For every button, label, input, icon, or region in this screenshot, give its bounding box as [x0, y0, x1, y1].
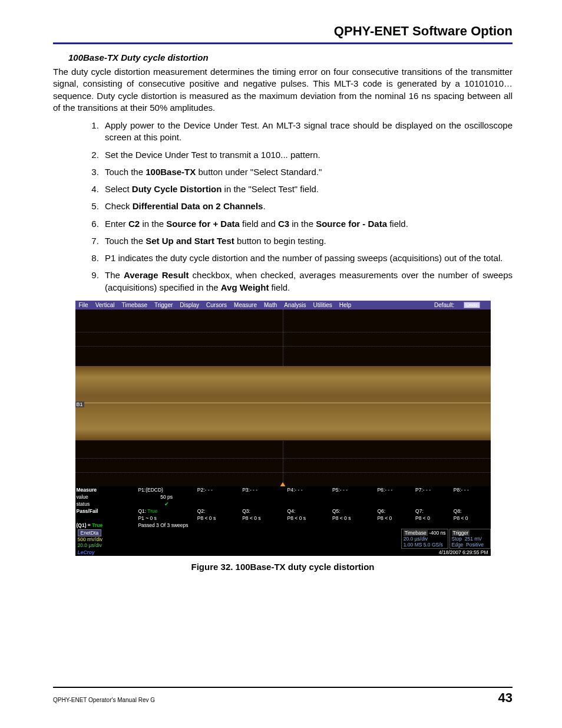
- step-1: Apply power to the Device Under Test. An…: [101, 120, 513, 144]
- step-3: Touch the 100Base-TX button under "Selec…: [101, 166, 513, 178]
- step-2: Set the Device Under Test to transmit a …: [101, 149, 513, 161]
- step-4: Select Duty Cycle Distortion in the "Sel…: [101, 183, 513, 195]
- trace-b1-label: B1: [75, 401, 84, 407]
- measure-table: Measure P1:(EDCD) P2:- - - P3:- - - P4:-…: [75, 486, 491, 529]
- page-footer: QPHY-ENET Operator's Manual Rev G 43: [53, 687, 513, 706]
- step-6: Enter C2 in the Source for + Data field …: [101, 218, 513, 230]
- default-label: Default:: [434, 302, 454, 308]
- menu-measure[interactable]: Measure: [234, 302, 257, 308]
- menu-math[interactable]: Math: [264, 302, 277, 308]
- footer-doc-title: QPHY-ENET Operator's Manual Rev G: [53, 697, 155, 703]
- enetdta-button[interactable]: EnetDta: [78, 529, 102, 536]
- page-header-title: QPHY-ENET Software Option: [53, 24, 513, 39]
- trigger-marker-icon: [280, 482, 286, 486]
- menu-vertical[interactable]: Vertical: [95, 302, 115, 308]
- step-9: The Average Result checkbox, when checke…: [101, 269, 513, 294]
- step-5: Check Differential Data on 2 Channels.: [101, 200, 513, 212]
- scope-menu-bar: File Vertical Timebase Trigger Display C…: [75, 301, 491, 309]
- menu-cursors[interactable]: Cursors: [206, 302, 227, 308]
- section-heading: 100Base-TX Duty cycle distortion: [68, 52, 513, 62]
- eye-diagram-band: [75, 366, 491, 440]
- step-7: Touch the Set Up and Start Test button t…: [101, 235, 513, 247]
- timestamp: 4/18/2007 6:29:55 PM: [439, 549, 488, 555]
- menu-help[interactable]: Help: [339, 302, 352, 308]
- figure-caption: Figure 32. 100Base-TX duty cycle distort…: [53, 562, 513, 572]
- menu-utilities[interactable]: Utilities: [313, 302, 332, 308]
- trigger-panel: Trigger Stop 251 mV Edge Positive: [449, 529, 491, 549]
- menu-display[interactable]: Display: [180, 302, 199, 308]
- menu-file[interactable]: File: [79, 302, 88, 308]
- step-8: P1 indicates the duty cycle distortion a…: [101, 252, 513, 264]
- waveform-area: B1: [75, 309, 491, 486]
- menu-timebase[interactable]: Timebase: [121, 302, 147, 308]
- oscilloscope-screenshot: File Vertical Timebase Trigger Display C…: [75, 301, 491, 556]
- lecroy-logo: LeCroy: [78, 549, 95, 555]
- scope-footer-panels: EnetDta 500 mV/div 20.0 µs/div Timebase …: [75, 529, 491, 549]
- intro-paragraph: The duty cycle distortion measurement de…: [53, 66, 513, 114]
- header-rule: [53, 42, 513, 44]
- timebase-panel: Timebase -400 ns 20.0 µs/div 1.00 MS 5.0…: [401, 529, 448, 549]
- ordered-steps: Apply power to the Device Under Test. An…: [53, 120, 513, 294]
- menu-trigger[interactable]: Trigger: [154, 302, 173, 308]
- page-number: 43: [498, 690, 513, 706]
- undo-button[interactable]: Undo: [464, 302, 480, 308]
- menu-analysis[interactable]: Analysis: [284, 302, 306, 308]
